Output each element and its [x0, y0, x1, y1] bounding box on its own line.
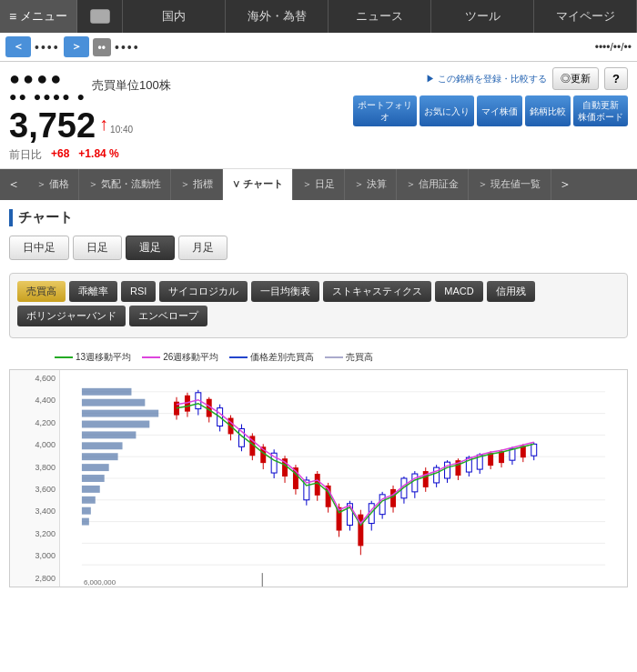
- breadcrumb-btn-2[interactable]: ••: [93, 38, 111, 56]
- svg-rect-55: [337, 507, 342, 531]
- top-nav: ≡ メニュー 国内 海外・為替 ニュース ツール マイページ: [0, 0, 637, 33]
- ind-bollinger[interactable]: ボリンジャーバンド: [17, 306, 126, 326]
- chart-wrapper: 4,600 4,400 4,200 4,000 3,800 3,600 3,40…: [9, 369, 628, 587]
- y-label-4000: 4,000: [10, 440, 56, 449]
- svg-rect-13: [82, 409, 158, 416]
- legend-line-13w: [55, 356, 73, 358]
- sub-nav-genzai[interactable]: ＞ 現在値一覧: [469, 169, 551, 200]
- period-weekly[interactable]: 週足: [126, 236, 175, 260]
- svg-rect-22: [82, 507, 91, 515]
- portfolio-button[interactable]: ポートフォリオ: [353, 95, 417, 126]
- y-label-4200: 4,200: [10, 418, 56, 427]
- legend-label-26w: 26週移動平均: [163, 351, 218, 364]
- breadcrumb-right: ••••/••/••: [595, 41, 632, 54]
- svg-rect-18: [82, 464, 109, 471]
- y-label-3400: 3,400: [10, 507, 56, 516]
- tab-overseas[interactable]: 海外・為替: [226, 0, 329, 33]
- stock-name-row: ●●●● ●● ●●●● ● 売買単位100株: [9, 67, 344, 105]
- stock-dots-line1: ●●●●: [9, 67, 86, 89]
- svg-rect-21: [82, 496, 96, 504]
- back-button[interactable]: ＜: [5, 36, 31, 57]
- sub-nav-shinyo[interactable]: ＞ 信用証金: [397, 169, 469, 200]
- y-label-3000: 3,000: [10, 551, 56, 560]
- stock-actions: ▶ この銘柄を登録・比較する ◎更新 ? ポートフォリオ お気に入り マイ株価 …: [353, 67, 628, 126]
- change-abs: +68: [51, 147, 69, 163]
- svg-rect-14: [82, 420, 149, 427]
- stock-info: ●●●● ●● ●●●● ● 売買単位100株 3,752 ↑ 10:40 前日…: [9, 67, 344, 163]
- legend-label-13w: 13週移動平均: [76, 351, 131, 364]
- okini-button[interactable]: お気に入り: [420, 95, 474, 126]
- hamburger-icon: ≡: [9, 9, 16, 24]
- sub-nav-prev[interactable]: ＜: [0, 169, 27, 200]
- stock-time: 10:40: [110, 125, 133, 135]
- breadcrumb-row: ＜ •••• ＞ •• •••• ••••/••/••: [0, 33, 637, 62]
- svg-rect-69: [412, 474, 418, 492]
- stock-change-row: 前日比 +68 +1.84 %: [9, 147, 344, 163]
- sub-nav-kehai[interactable]: ＞ 気配・流動性: [79, 169, 171, 200]
- svg-rect-75: [445, 462, 450, 478]
- breadcrumb-dots-2: ••••: [115, 40, 140, 55]
- y-label-4600: 4,600: [10, 374, 56, 383]
- forward-button[interactable]: ＞: [64, 36, 89, 57]
- svg-rect-91: [531, 444, 537, 456]
- tab-tools[interactable]: ツール: [431, 0, 534, 33]
- sub-nav-kessan[interactable]: ＞ 決算: [345, 169, 397, 200]
- tablet-icon[interactable]: [77, 0, 123, 33]
- ind-ichimoku[interactable]: 一目均衡表: [251, 281, 319, 302]
- ind-rsi[interactable]: RSI: [121, 281, 156, 302]
- svg-rect-65: [390, 489, 396, 507]
- help-button[interactable]: ?: [604, 67, 628, 90]
- sub-nav-next[interactable]: ＞: [551, 169, 579, 200]
- legend-baibai: 売買高: [325, 351, 373, 364]
- jido-button[interactable]: 自動更新株価ボード: [573, 95, 628, 126]
- tab-mypage[interactable]: マイページ: [534, 0, 637, 33]
- stock-price-area: 3,752 ↑ 10:40: [9, 106, 344, 145]
- sub-nav-price[interactable]: ＞ 価格: [27, 169, 79, 200]
- nav-tabs: 国内 海外・為替 ニュース ツール マイページ: [123, 0, 637, 33]
- update-area: ▶ この銘柄を登録・比較する ◎更新 ?: [426, 67, 628, 90]
- y-label-4400: 4,400: [10, 396, 56, 405]
- svg-rect-15: [82, 431, 136, 438]
- svg-rect-20: [82, 486, 100, 493]
- period-monthly[interactable]: 月足: [178, 236, 228, 260]
- period-buttons: 日中足 日足 週足 月足: [9, 236, 628, 260]
- y-label-3800: 3,800: [10, 463, 56, 472]
- ind-kairisu[interactable]: 乖離率: [69, 281, 117, 302]
- sub-nav-nisoku[interactable]: ＞ 日足: [293, 169, 345, 200]
- sub-nav-shihyo[interactable]: ＞ 指標: [171, 169, 223, 200]
- ind-envelope[interactable]: エンベロープ: [129, 306, 207, 326]
- arrow-up-icon: ↑: [99, 114, 108, 135]
- period-daily[interactable]: 日足: [73, 236, 122, 260]
- chart-section: チャート 日中足 日足 週足 月足 売買高 乖離率 RSI サイコロジカル 一目…: [0, 200, 637, 597]
- tab-news[interactable]: ニュース: [329, 0, 431, 33]
- ind-shinyo[interactable]: 信用残: [487, 281, 535, 302]
- chart-svg: 6,000,000: [60, 370, 627, 587]
- legend-line-baibai: [325, 356, 343, 358]
- legend-line-kakakusa: [229, 356, 248, 358]
- legend-26w: 26週移動平均: [142, 351, 218, 364]
- period-intraday[interactable]: 日中足: [9, 236, 69, 260]
- tab-domestic[interactable]: 国内: [123, 0, 226, 33]
- svg-rect-12: [82, 399, 145, 406]
- legend-label-baibai: 売買高: [346, 351, 373, 364]
- update-button[interactable]: ◎更新: [552, 67, 599, 90]
- svg-rect-63: [379, 495, 385, 515]
- ind-psycho[interactable]: サイコロジカル: [159, 281, 248, 302]
- legend-line-26w: [142, 356, 160, 358]
- ind-baibaikodaka[interactable]: 売買高: [17, 281, 66, 302]
- legend-13w: 13週移動平均: [55, 351, 131, 364]
- menu-button[interactable]: ≡ メニュー: [0, 0, 77, 33]
- y-axis: 4,600 4,400 4,200 4,000 3,800 3,600 3,40…: [10, 370, 60, 587]
- stock-subtitle: 売買単位100株: [92, 77, 171, 94]
- sub-nav-chart[interactable]: ∨ チャート: [223, 169, 293, 200]
- ind-macd[interactable]: MACD: [435, 281, 482, 302]
- indicator-row-2: ボリンジャーバンド エンベロープ: [17, 306, 620, 326]
- maikabuka-button[interactable]: マイ株価: [477, 95, 522, 126]
- hinkaku-button[interactable]: 銘柄比較: [525, 95, 571, 126]
- y-label-3200: 3,200: [10, 529, 56, 538]
- register-link[interactable]: ▶ この銘柄を登録・比較する: [426, 73, 547, 85]
- svg-rect-19: [82, 475, 105, 482]
- svg-rect-17: [82, 453, 118, 460]
- ind-stochastic[interactable]: ストキャスティクス: [323, 281, 431, 302]
- chart-canvas: 6,000,000: [60, 370, 627, 587]
